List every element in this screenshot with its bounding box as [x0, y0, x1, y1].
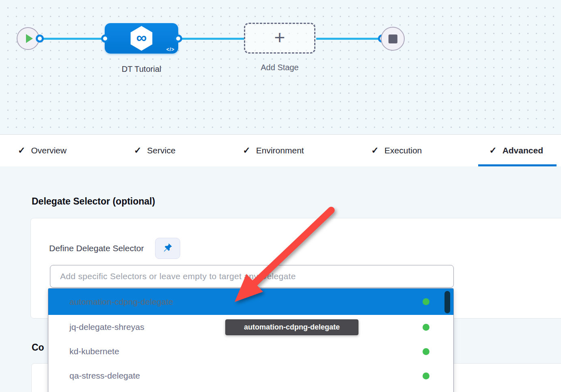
pipeline-canvas: ∞ </> + DT Tutorial Add Stage: [0, 0, 561, 134]
delegate-tooltip: automation-cdpng-delegate: [225, 319, 358, 335]
tab-advanced[interactable]: ✓ Advanced: [489, 135, 543, 166]
delegate-status-dot: [423, 348, 429, 355]
tab-label: Advanced: [503, 146, 543, 155]
delegate-dropdown: automation-cdpng-delegate jq-delegate-sh…: [48, 288, 454, 392]
plus-icon: +: [274, 28, 285, 47]
tab-environment[interactable]: ✓ Environment: [243, 135, 304, 166]
edge-start-to-stage: [40, 38, 106, 40]
dropdown-item-kd-kubernete[interactable]: kd-kubernete: [48, 339, 453, 364]
advanced-tab-content: Delegate Selector (optional) Define Dele…: [0, 166, 561, 392]
pipeline-studio-screen: ∞ </> + DT Tutorial Add Stage ✓ Overview…: [0, 0, 561, 392]
check-icon: ✓: [489, 145, 496, 156]
dropdown-item-label: qa-stress-delegate: [69, 371, 140, 381]
tab-label: Service: [147, 146, 175, 155]
delegate-selector-input[interactable]: [50, 265, 454, 288]
dropdown-item-label: jq-delegate-shreyas: [69, 322, 144, 332]
stage-node-dt-tutorial[interactable]: ∞ </>: [105, 23, 178, 54]
dropdown-item-qa-stress-delegate[interactable]: qa-stress-delegate: [48, 364, 453, 388]
delegate-selector-heading: Delegate Selector (optional): [32, 196, 155, 207]
stage-node-label: DT Tutorial: [105, 65, 178, 74]
check-icon: ✓: [134, 145, 141, 156]
define-delegate-row: Define Delegate Selector: [49, 238, 180, 259]
delegate-status-dot: [423, 324, 429, 331]
tab-label: Environment: [256, 146, 304, 155]
tab-label: Overview: [31, 146, 67, 155]
tab-service[interactable]: ✓ Service: [134, 135, 175, 166]
dropdown-item-automation-cdpng-delegate[interactable]: automation-cdpng-delegate: [48, 289, 453, 315]
check-icon: ✓: [18, 145, 25, 156]
connector-port[interactable]: [36, 34, 44, 43]
add-stage-label: Add Stage: [244, 63, 315, 72]
connector-port[interactable]: [174, 34, 182, 43]
edge-stage-to-addstage: [179, 38, 244, 40]
tab-overview[interactable]: ✓ Overview: [18, 135, 67, 166]
dropdown-item-label: automation-cdpng-delegate: [69, 297, 173, 307]
code-icon: </>: [166, 47, 175, 52]
define-delegate-label: Define Delegate Selector: [49, 243, 144, 253]
pipeline-end-node: [381, 27, 405, 51]
infinity-icon: ∞: [136, 30, 147, 45]
dropdown-item-label: kd-kubernete: [69, 347, 119, 356]
harness-cd-hexagon-icon: ∞: [130, 26, 153, 51]
stage-tab-bar: ✓ Overview ✓ Service ✓ Environment ✓ Exe…: [0, 134, 561, 166]
play-icon: [26, 34, 33, 43]
tab-label: Execution: [384, 146, 422, 155]
scrollbar-thumb[interactable]: [444, 291, 450, 313]
next-section-heading-partial: Co: [32, 342, 44, 353]
pushpin-icon: [162, 242, 173, 254]
delegate-status-dot: [423, 373, 429, 379]
stop-icon: [388, 34, 397, 43]
add-stage-button[interactable]: +: [244, 23, 315, 54]
check-icon: ✓: [371, 145, 379, 156]
edge-addstage-to-end: [316, 38, 382, 40]
pin-button[interactable]: [155, 238, 180, 259]
check-icon: ✓: [243, 145, 250, 156]
connector-port[interactable]: [101, 34, 109, 43]
delegate-status-dot: [423, 298, 429, 305]
tab-execution[interactable]: ✓ Execution: [371, 135, 422, 166]
